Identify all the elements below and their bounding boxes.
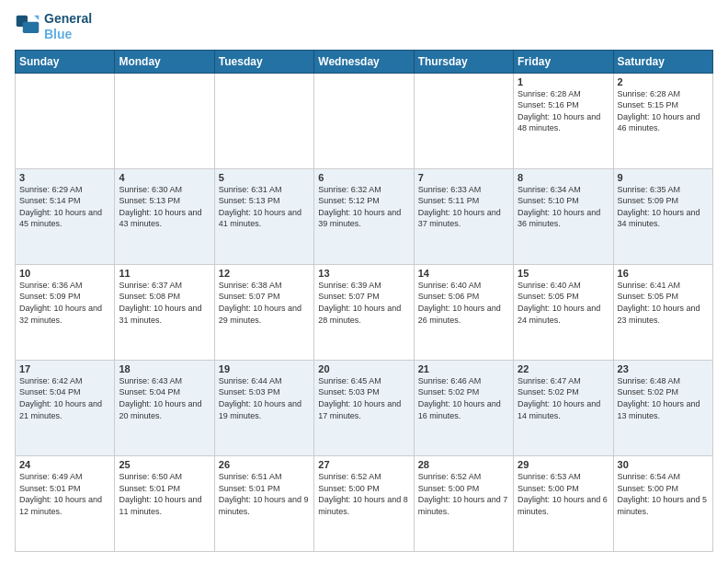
day-info: Sunrise: 6:52 AM Sunset: 5:00 PM Dayligh… [318, 471, 409, 517]
day-info: Sunrise: 6:33 AM Sunset: 5:11 PM Dayligh… [418, 184, 509, 230]
calendar-cell: 16Sunrise: 6:41 AM Sunset: 5:05 PM Dayli… [613, 264, 712, 360]
day-info: Sunrise: 6:40 AM Sunset: 5:06 PM Dayligh… [418, 280, 509, 326]
day-info: Sunrise: 6:34 AM Sunset: 5:10 PM Dayligh… [518, 184, 609, 230]
day-info: Sunrise: 6:40 AM Sunset: 5:05 PM Dayligh… [518, 280, 609, 326]
calendar-cell: 26Sunrise: 6:51 AM Sunset: 5:01 PM Dayli… [214, 455, 313, 551]
calendar-week-3: 17Sunrise: 6:42 AM Sunset: 5:04 PM Dayli… [16, 360, 713, 455]
calendar-cell: 21Sunrise: 6:46 AM Sunset: 5:02 PM Dayli… [414, 360, 513, 455]
logo-icon [15, 14, 40, 40]
calendar-cell [414, 73, 513, 168]
day-number: 26 [219, 459, 310, 470]
calendar-cell: 12Sunrise: 6:38 AM Sunset: 5:07 PM Dayli… [214, 264, 313, 360]
calendar-cell: 1Sunrise: 6:28 AM Sunset: 5:16 PM Daylig… [514, 73, 613, 168]
day-info: Sunrise: 6:38 AM Sunset: 5:07 PM Dayligh… [219, 280, 310, 326]
calendar-header-saturday: Saturday [613, 50, 712, 73]
calendar-cell: 2Sunrise: 6:28 AM Sunset: 5:15 PM Daylig… [613, 73, 712, 168]
day-number: 28 [418, 459, 509, 470]
day-info: Sunrise: 6:52 AM Sunset: 5:00 PM Dayligh… [418, 471, 509, 517]
calendar-week-0: 1Sunrise: 6:28 AM Sunset: 5:16 PM Daylig… [16, 73, 713, 168]
calendar-cell: 30Sunrise: 6:54 AM Sunset: 5:00 PM Dayli… [613, 455, 712, 551]
day-info: Sunrise: 6:50 AM Sunset: 5:01 PM Dayligh… [119, 471, 210, 517]
day-number: 24 [19, 459, 110, 470]
day-number: 21 [418, 363, 509, 374]
calendar-cell [16, 73, 115, 168]
day-info: Sunrise: 6:35 AM Sunset: 5:09 PM Dayligh… [618, 184, 709, 230]
day-number: 19 [219, 363, 310, 374]
calendar-cell: 5Sunrise: 6:31 AM Sunset: 5:13 PM Daylig… [214, 168, 313, 264]
day-number: 10 [19, 268, 110, 279]
calendar-cell: 13Sunrise: 6:39 AM Sunset: 5:07 PM Dayli… [314, 264, 414, 360]
day-info: Sunrise: 6:54 AM Sunset: 5:00 PM Dayligh… [618, 471, 709, 517]
day-info: Sunrise: 6:41 AM Sunset: 5:05 PM Dayligh… [618, 280, 709, 326]
day-info: Sunrise: 6:51 AM Sunset: 5:01 PM Dayligh… [219, 471, 310, 517]
day-number: 18 [119, 363, 210, 374]
day-number: 7 [418, 172, 509, 183]
day-info: Sunrise: 6:28 AM Sunset: 5:15 PM Dayligh… [618, 88, 709, 134]
day-info: Sunrise: 6:37 AM Sunset: 5:08 PM Dayligh… [119, 280, 210, 326]
calendar-cell: 28Sunrise: 6:52 AM Sunset: 5:00 PM Dayli… [414, 455, 513, 551]
day-info: Sunrise: 6:32 AM Sunset: 5:12 PM Dayligh… [318, 184, 409, 230]
calendar-header-monday: Monday [115, 50, 214, 73]
day-number: 6 [318, 172, 409, 183]
calendar-cell: 19Sunrise: 6:44 AM Sunset: 5:03 PM Dayli… [214, 360, 313, 455]
day-info: Sunrise: 6:48 AM Sunset: 5:02 PM Dayligh… [618, 375, 709, 421]
day-number: 3 [19, 172, 110, 183]
day-info: Sunrise: 6:46 AM Sunset: 5:02 PM Dayligh… [418, 375, 509, 421]
day-number: 15 [518, 268, 609, 279]
calendar-cell [214, 73, 313, 168]
day-number: 13 [318, 268, 409, 279]
calendar-cell: 29Sunrise: 6:53 AM Sunset: 5:00 PM Dayli… [514, 455, 613, 551]
calendar-cell: 14Sunrise: 6:40 AM Sunset: 5:06 PM Dayli… [414, 264, 513, 360]
calendar-cell: 6Sunrise: 6:32 AM Sunset: 5:12 PM Daylig… [314, 168, 414, 264]
day-info: Sunrise: 6:29 AM Sunset: 5:14 PM Dayligh… [19, 184, 110, 230]
calendar-cell: 18Sunrise: 6:43 AM Sunset: 5:04 PM Dayli… [115, 360, 214, 455]
day-info: Sunrise: 6:39 AM Sunset: 5:07 PM Dayligh… [318, 280, 409, 326]
calendar-cell: 10Sunrise: 6:36 AM Sunset: 5:09 PM Dayli… [16, 264, 115, 360]
calendar-header-tuesday: Tuesday [214, 50, 313, 73]
day-number: 5 [219, 172, 310, 183]
header: General Blue [15, 11, 713, 42]
calendar-cell: 11Sunrise: 6:37 AM Sunset: 5:08 PM Dayli… [115, 264, 214, 360]
day-info: Sunrise: 6:42 AM Sunset: 5:04 PM Dayligh… [19, 375, 110, 421]
calendar-cell: 24Sunrise: 6:49 AM Sunset: 5:01 PM Dayli… [16, 455, 115, 551]
day-number: 25 [119, 459, 210, 470]
day-info: Sunrise: 6:28 AM Sunset: 5:16 PM Dayligh… [518, 88, 609, 134]
day-info: Sunrise: 6:36 AM Sunset: 5:09 PM Dayligh… [19, 280, 110, 326]
logo-text: General Blue [44, 11, 92, 42]
calendar-header-row: SundayMondayTuesdayWednesdayThursdayFrid… [16, 50, 713, 73]
day-info: Sunrise: 6:47 AM Sunset: 5:02 PM Dayligh… [518, 375, 609, 421]
calendar-cell: 9Sunrise: 6:35 AM Sunset: 5:09 PM Daylig… [613, 168, 712, 264]
day-number: 2 [618, 76, 709, 87]
calendar-header-sunday: Sunday [16, 50, 115, 73]
day-number: 4 [119, 172, 210, 183]
day-info: Sunrise: 6:44 AM Sunset: 5:03 PM Dayligh… [219, 375, 310, 421]
calendar-cell [115, 73, 214, 168]
calendar-week-1: 3Sunrise: 6:29 AM Sunset: 5:14 PM Daylig… [16, 168, 713, 264]
day-number: 30 [618, 459, 709, 470]
day-info: Sunrise: 6:53 AM Sunset: 5:00 PM Dayligh… [518, 471, 609, 517]
day-number: 12 [219, 268, 310, 279]
calendar-cell: 17Sunrise: 6:42 AM Sunset: 5:04 PM Dayli… [16, 360, 115, 455]
calendar-cell: 15Sunrise: 6:40 AM Sunset: 5:05 PM Dayli… [514, 264, 613, 360]
day-number: 17 [19, 363, 110, 374]
day-number: 9 [618, 172, 709, 183]
day-info: Sunrise: 6:31 AM Sunset: 5:13 PM Dayligh… [219, 184, 310, 230]
calendar-cell: 4Sunrise: 6:30 AM Sunset: 5:13 PM Daylig… [115, 168, 214, 264]
calendar-cell: 3Sunrise: 6:29 AM Sunset: 5:14 PM Daylig… [16, 168, 115, 264]
calendar-week-4: 24Sunrise: 6:49 AM Sunset: 5:01 PM Dayli… [16, 455, 713, 551]
day-number: 20 [318, 363, 409, 374]
logo: General Blue [15, 11, 92, 42]
page: General Blue SundayMondayTuesdayWednesda… [0, 0, 728, 563]
calendar-header-thursday: Thursday [414, 50, 513, 73]
calendar-cell: 25Sunrise: 6:50 AM Sunset: 5:01 PM Dayli… [115, 455, 214, 551]
calendar-cell: 22Sunrise: 6:47 AM Sunset: 5:02 PM Dayli… [514, 360, 613, 455]
calendar-table: SundayMondayTuesdayWednesdayThursdayFrid… [15, 50, 713, 552]
day-number: 1 [518, 76, 609, 87]
calendar-cell: 27Sunrise: 6:52 AM Sunset: 5:00 PM Dayli… [314, 455, 414, 551]
day-number: 22 [518, 363, 609, 374]
calendar-cell: 8Sunrise: 6:34 AM Sunset: 5:10 PM Daylig… [514, 168, 613, 264]
calendar-week-2: 10Sunrise: 6:36 AM Sunset: 5:09 PM Dayli… [16, 264, 713, 360]
day-number: 16 [618, 268, 709, 279]
calendar-header-wednesday: Wednesday [314, 50, 414, 73]
calendar-cell: 20Sunrise: 6:45 AM Sunset: 5:03 PM Dayli… [314, 360, 414, 455]
